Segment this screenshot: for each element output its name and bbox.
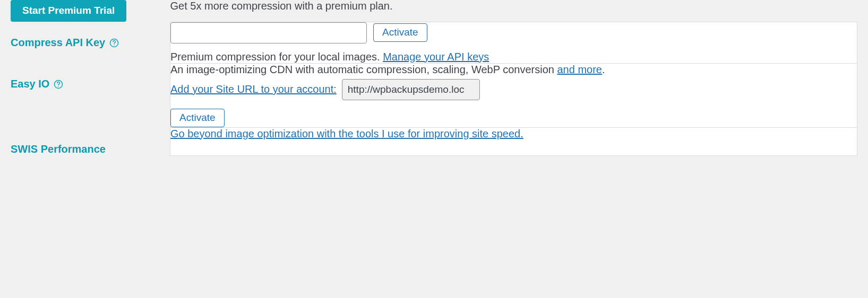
add-site-url-link[interactable]: Add your Site URL to your account: [170,83,337,95]
easy-io-description: An image-optimizing CDN with automatic c… [170,64,857,76]
settings-table: Start Premium Trial Get 5x more compress… [11,0,857,156]
compress-api-key-label-wrap: Compress API Key [11,22,170,49]
compress-api-description: Premium compression for your local image… [170,51,857,63]
row-easy-io: Easy IO An image-optimizing CDN with aut… [11,63,857,127]
compress-api-activate-button[interactable]: Activate [373,23,427,42]
easy-io-and-more-link[interactable]: and more [557,64,602,75]
easy-io-desc-text: An image-optimizing CDN with automatic c… [170,64,557,75]
easy-io-label: Easy IO [11,78,49,90]
swis-performance-link[interactable]: Go beyond image optimization with the to… [170,128,523,139]
start-premium-trial-button[interactable]: Start Premium Trial [11,0,126,22]
help-icon[interactable] [109,38,119,48]
easy-io-url-row: Add your Site URL to your account: [170,79,857,100]
easy-io-label-wrap: Easy IO [11,63,170,90]
easy-io-activate-button[interactable]: Activate [170,109,225,127]
compress-api-desc-text: Premium compression for your local image… [170,51,383,63]
row-premium-trial: Start Premium Trial Get 5x more compress… [11,0,857,22]
svg-point-1 [114,44,115,45]
row-swis-performance: SWIS Performance Go beyond image optimiz… [11,127,857,155]
swis-label-wrap: SWIS Performance [11,127,170,155]
row-compress-api-key: Compress API Key Activate [11,22,857,63]
site-url-input[interactable] [342,79,480,100]
svg-point-3 [58,85,59,86]
premium-trial-description: Get 5x more compression with a premium p… [170,0,393,12]
compress-api-controls: Activate [170,22,857,43]
manage-api-keys-link[interactable]: Manage your API keys [383,51,489,63]
help-icon[interactable] [54,80,63,89]
swis-performance-label: SWIS Performance [11,143,106,155]
compress-api-key-label: Compress API Key [11,37,105,49]
compress-api-key-input[interactable] [170,22,367,43]
